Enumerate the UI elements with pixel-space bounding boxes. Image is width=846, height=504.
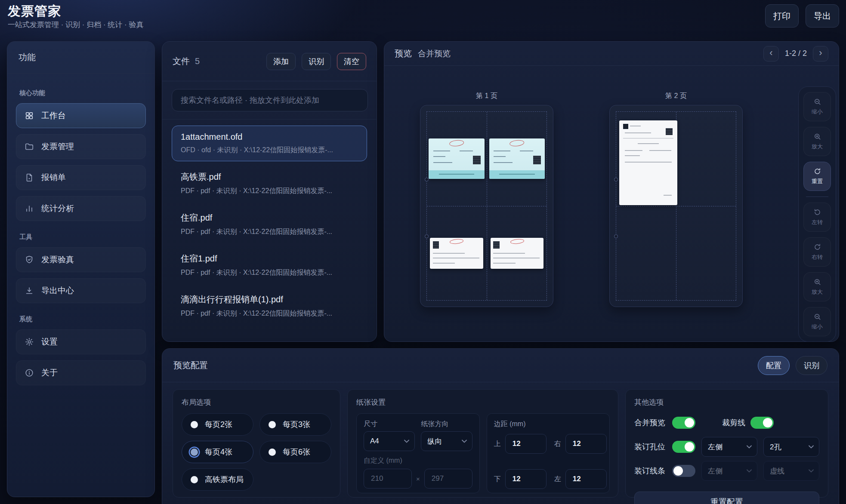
print-button[interactable]: 打印 xyxy=(765,4,799,28)
info-icon xyxy=(24,368,34,378)
header-actions: 打印 导出 xyxy=(765,4,839,28)
sidebar-item-label: 导出中心 xyxy=(41,285,74,296)
sidebar-item-expense-form[interactable]: 报销单 xyxy=(16,165,146,190)
bar-chart-icon xyxy=(24,203,34,214)
other-options-title: 其他选项 xyxy=(634,397,819,407)
size-label: 尺寸 xyxy=(364,420,415,429)
preview-config-panel: 预览配置 配置 识别 布局选项 每页2张 每页3张 xyxy=(162,348,839,504)
preview-title: 预览 xyxy=(395,48,412,59)
custom-width-input[interactable]: 210 xyxy=(364,469,412,489)
file-item[interactable]: 滴滴出行行程报销单(1).pdf PDF · pdf · 未识别 · X:\12… xyxy=(172,287,367,325)
invoice-thumbnail xyxy=(489,138,545,179)
binding-holes-toggle[interactable] xyxy=(672,441,695,453)
margin-top-input[interactable]: 12 xyxy=(505,434,547,454)
search-input[interactable] xyxy=(172,89,368,111)
layout-option-6-per-page[interactable]: 每页6张 xyxy=(259,441,331,463)
sidebar-section-system: 系统 xyxy=(19,315,142,323)
file-item[interactable]: 高铁票.pdf PDF · pdf · 未识别 · X:\12-22信阳固始报销… xyxy=(172,165,367,202)
custom-height-input[interactable]: 297 xyxy=(424,469,472,489)
layout-option-train-ticket[interactable]: 高铁票布局 xyxy=(182,468,253,491)
binding-holes-side-select[interactable]: 左侧 xyxy=(701,437,757,457)
crop-line-label: 裁剪线 xyxy=(722,418,750,428)
file-item[interactable]: 住宿.pdf PDF · pdf · 未识别 · X:\12-22信阳固始报销发… xyxy=(172,206,367,243)
config-tab-button[interactable]: 配置 xyxy=(758,356,790,375)
paper-size-select[interactable]: A4 xyxy=(364,431,415,451)
reset-icon xyxy=(813,167,821,175)
reset-view-button[interactable]: 重置 xyxy=(803,162,831,191)
sidebar-item-invoice-verify[interactable]: 发票验真 xyxy=(16,247,146,272)
scale-up-button[interactable]: 放大 xyxy=(803,272,831,301)
sidebar-item-statistics[interactable]: 统计分析 xyxy=(16,196,146,221)
orientation-label: 纸张方向 xyxy=(421,420,472,429)
binding-line-style-select[interactable]: 虚线 xyxy=(763,461,819,481)
invoice-thumbnail xyxy=(619,120,678,205)
layout-option-2-per-page[interactable]: 每页2张 xyxy=(182,413,253,436)
margins-title: 边距 (mm) xyxy=(494,420,526,427)
merge-preview-toggle[interactable] xyxy=(672,417,695,429)
preview-page-1: 第 1 页 xyxy=(420,92,553,307)
recognize-tab-button[interactable]: 识别 xyxy=(796,356,827,375)
binding-line-side-select[interactable]: 左侧 xyxy=(701,461,757,481)
sidebar-item-label: 关于 xyxy=(41,367,58,378)
other-options-card: 其他选项 合并预览 裁剪线 装订孔位 左侧 2孔 xyxy=(625,389,828,498)
layout-option-3-per-page[interactable]: 每页3张 xyxy=(259,413,331,436)
sidebar-item-label: 发票验真 xyxy=(41,254,74,265)
preview-page-2: 第 2 页 xyxy=(609,92,743,307)
rotate-right-button[interactable]: 右转 xyxy=(803,237,831,267)
file-item[interactable]: 住宿1.pdf PDF · pdf · 未识别 · X:\12-22信阳固始报销… xyxy=(172,246,367,284)
radio-icon xyxy=(269,449,276,456)
sidebar-item-label: 工作台 xyxy=(41,110,66,121)
next-page-button[interactable]: › xyxy=(813,46,828,61)
clear-files-button[interactable]: 清空 xyxy=(337,53,366,70)
sidebar-item-label: 报销单 xyxy=(41,172,66,183)
file-list: 1attachment.ofd OFD · ofd · 未识别 · X:\12-… xyxy=(162,119,377,325)
binding-holes-count-select[interactable]: 2孔 xyxy=(763,437,819,457)
sidebar-item-invoice-manage[interactable]: 发票管理 xyxy=(16,134,146,159)
binding-holes-label: 装订孔位 xyxy=(634,442,672,452)
orientation-select[interactable]: 纵向 xyxy=(421,431,472,451)
chevron-down-icon xyxy=(809,445,814,449)
margin-top-label: 上 xyxy=(494,439,501,449)
margins-group: 边距 (mm) 上 12 右 12 下 xyxy=(487,413,610,493)
reset-config-button[interactable]: 重置配置 xyxy=(634,492,819,504)
prev-page-button[interactable]: ‹ xyxy=(763,46,779,61)
zoom-out-button[interactable]: 缩小 xyxy=(803,92,831,121)
pagination: ‹ 1-2 / 2 › xyxy=(763,46,828,61)
paper-size-group: 尺寸 纸张方向 A4 纵向 自定义 (mm) xyxy=(356,413,480,493)
paper-settings-title: 纸张设置 xyxy=(356,397,609,407)
add-file-button[interactable]: 添加 xyxy=(266,53,296,70)
files-title: 文件 xyxy=(173,55,190,67)
sidebar-item-export-center[interactable]: 导出中心 xyxy=(16,278,146,303)
zoom-in-button[interactable]: 放大 xyxy=(803,127,831,156)
crop-line-toggle[interactable] xyxy=(750,417,774,429)
sidebar-item-about[interactable]: 关于 xyxy=(16,360,146,385)
scale-down-button[interactable]: 缩小 xyxy=(803,307,831,336)
sidebar-item-settings[interactable]: 设置 xyxy=(16,329,146,354)
margin-left-label: 左 xyxy=(554,475,561,484)
rotate-left-button[interactable]: 左转 xyxy=(803,203,831,232)
binding-line-toggle[interactable] xyxy=(672,465,695,477)
page-range: 1-2 / 2 xyxy=(785,49,807,58)
preview-subtitle: 合并预览 xyxy=(418,48,451,59)
file-item[interactable]: 1attachment.ofd OFD · ofd · 未识别 · X:\12-… xyxy=(172,126,367,161)
margin-left-input[interactable]: 12 xyxy=(565,469,607,489)
document-icon xyxy=(24,172,34,183)
page-sheet xyxy=(609,105,743,307)
paper-settings-card: 纸张设置 尺寸 纸张方向 A4 纵向 xyxy=(347,389,618,498)
binding-hole xyxy=(425,178,429,181)
toolbar-divider xyxy=(806,197,828,197)
files-count: 5 xyxy=(195,56,200,66)
app-window: 发票管家 一站式发票管理 · 识别 · 归档 · 统计 · 验真 打印 导出 功… xyxy=(0,0,846,504)
file-meta: OFD · ofd · 未识别 · X:\12-22信阳固始报销发票-... xyxy=(181,146,358,155)
invoice-thumbnail xyxy=(429,138,484,179)
folder-icon xyxy=(24,141,34,152)
layout-option-4-per-page[interactable]: 每页4张 xyxy=(182,441,253,463)
margin-right-input[interactable]: 12 xyxy=(565,434,607,454)
margin-bottom-input[interactable]: 12 xyxy=(505,469,547,489)
sidebar-item-workbench[interactable]: 工作台 xyxy=(16,103,146,128)
binding-hole xyxy=(614,178,618,181)
file-name: 高铁票.pdf xyxy=(181,171,358,183)
recognize-files-button[interactable]: 识别 xyxy=(302,53,331,70)
export-button[interactable]: 导出 xyxy=(806,4,839,28)
page-label: 第 1 页 xyxy=(420,92,553,101)
